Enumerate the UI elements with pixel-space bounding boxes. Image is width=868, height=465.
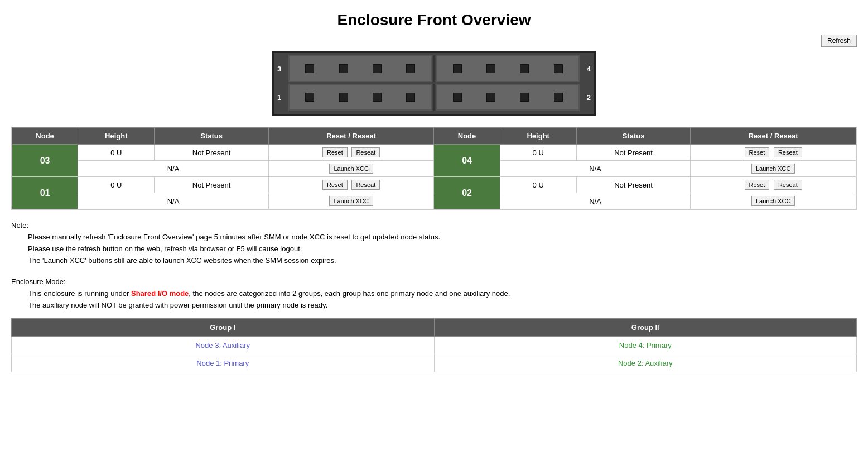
- node-03-height: 0 U: [78, 145, 155, 161]
- node-02-reseat-button[interactable]: Reseat: [774, 180, 802, 190]
- node-04-cell: 04: [434, 145, 500, 177]
- connector: [373, 64, 382, 73]
- table-row: 03 0 U Not Present Reset Reseat 04 0 U N…: [12, 145, 856, 161]
- refresh-container: Refresh: [11, 35, 857, 47]
- node-02-actions: Reset Reseat: [691, 177, 856, 193]
- node-label-4: 4: [581, 65, 591, 73]
- enclosure-row-bottom: 1 2: [277, 84, 591, 111]
- node-01-reseat-button[interactable]: Reseat: [351, 180, 380, 190]
- connector: [373, 93, 382, 102]
- th-node-left: Node: [12, 128, 78, 145]
- node-02-height: 0 U: [500, 177, 576, 193]
- node-04-actions: Reset Reseat: [691, 145, 856, 161]
- group-i-header: Group I: [12, 318, 435, 336]
- node-slot-4: [436, 55, 580, 82]
- connector: [305, 93, 314, 102]
- node-label-2: 2: [581, 93, 591, 102]
- group-table: Group I Group II Node 3: Auxiliary Node …: [11, 318, 857, 372]
- notes-body: Please manually refresh 'Enclosure Front…: [28, 232, 857, 266]
- note-line-3: The 'Launch XCC' buttons still are able …: [28, 255, 857, 267]
- node-01-actions: Reset Reseat: [268, 177, 434, 193]
- node-label-3: 3: [277, 65, 287, 73]
- enclosure-mode-prefix: This enclosure is running under: [28, 289, 131, 298]
- table-row: 01 0 U Not Present Reset Reseat 02 0 U N…: [12, 177, 856, 193]
- group-ii-header: Group II: [434, 318, 857, 336]
- node-01-launch: Launch XCC: [268, 193, 434, 209]
- th-status-left: Status: [155, 128, 269, 145]
- shared-io-label: Shared I/O mode: [131, 289, 189, 298]
- connector: [339, 93, 348, 102]
- connector: [520, 64, 529, 73]
- node-03-launch: Launch XCC: [268, 161, 434, 177]
- node-02-cell: 02: [434, 177, 500, 209]
- enclosure-mode-suffix: , the nodes are categorized into 2 group…: [189, 289, 510, 298]
- node-04-note: N/A: [500, 161, 691, 177]
- connector: [305, 64, 314, 73]
- group1-row1: Node 3: Auxiliary: [12, 336, 435, 354]
- note-line-2: Please use the refresh button on the web…: [28, 243, 857, 255]
- divider: [433, 84, 435, 111]
- node-04-height: 0 U: [500, 145, 576, 161]
- node-02-note: N/A: [500, 193, 691, 209]
- notes-section: Note: Please manually refresh 'Enclosure…: [11, 221, 857, 266]
- node-01-reset-button[interactable]: Reset: [322, 180, 348, 190]
- node-04-launch: Launch XCC: [691, 161, 856, 177]
- group-table-row: Node 3: Auxiliary Node 4: Primary: [12, 336, 857, 354]
- connector: [339, 64, 348, 73]
- connector: [486, 93, 495, 102]
- node-02-launch: Launch XCC: [691, 193, 856, 209]
- th-reset-right: Reset / Reseat: [691, 128, 856, 145]
- node-slot-3: [288, 55, 432, 82]
- node-04-status: Not Present: [576, 145, 691, 161]
- connector: [554, 64, 563, 73]
- node-03-reset-button[interactable]: Reset: [322, 147, 348, 157]
- enclosure-mode-section: Enclosure Mode: This enclosure is runnin…: [11, 277, 857, 372]
- node-slot-2: [436, 84, 580, 111]
- th-reset-left: Reset / Reseat: [268, 128, 434, 145]
- node-03-launch-xcc-button[interactable]: Launch XCC: [329, 164, 373, 174]
- enclosure-row-top: 3 4: [277, 55, 591, 82]
- node-03-actions: Reset Reseat: [268, 145, 434, 161]
- node-02-reset-button[interactable]: Reset: [745, 180, 770, 190]
- node-01-status: Not Present: [155, 177, 269, 193]
- node-02-launch-xcc-button[interactable]: Launch XCC: [751, 196, 795, 206]
- node-04-launch-xcc-button[interactable]: Launch XCC: [751, 164, 795, 174]
- th-height-left: Height: [78, 128, 155, 145]
- node-04-reset-button[interactable]: Reset: [745, 147, 770, 157]
- node-01-note: N/A: [78, 193, 269, 209]
- node-01-cell: 01: [12, 177, 78, 209]
- node-slot-1: [288, 84, 432, 111]
- node-table-container: Node Height Status Reset / Reseat Node H…: [11, 127, 857, 210]
- connector: [406, 64, 415, 73]
- enclosure-outer: 3 4 1: [272, 51, 596, 116]
- node-03-note: N/A: [78, 161, 269, 177]
- group1-row2: Node 1: Primary: [12, 354, 435, 372]
- node-04-reseat-button[interactable]: Reseat: [774, 147, 802, 157]
- node-label-1: 1: [277, 93, 287, 102]
- node-03-status: Not Present: [155, 145, 269, 161]
- notes-title: Note:: [11, 221, 857, 229]
- connector: [453, 64, 462, 73]
- node-01-height: 0 U: [78, 177, 155, 193]
- th-height-right: Height: [500, 128, 576, 145]
- group-table-row: Node 1: Primary Node 2: Auxiliary: [12, 354, 857, 372]
- enclosure-diagram: 3 4 1: [11, 51, 857, 116]
- connector: [453, 93, 462, 102]
- refresh-button[interactable]: Refresh: [821, 35, 857, 47]
- node-03-reseat-button[interactable]: Reseat: [351, 147, 380, 157]
- enclosure-mode-line2: The auxiliary node will NOT be granted w…: [28, 300, 857, 311]
- connector: [520, 93, 529, 102]
- node-01-launch-xcc-button[interactable]: Launch XCC: [329, 196, 373, 206]
- connector: [406, 93, 415, 102]
- connector: [486, 64, 495, 73]
- note-line-1: Please manually refresh 'Enclosure Front…: [28, 232, 857, 243]
- node-03-cell: 03: [12, 145, 78, 177]
- connector: [554, 93, 563, 102]
- group2-row2: Node 2: Auxiliary: [434, 354, 857, 372]
- page-title: Enclosure Front Overview: [11, 11, 857, 29]
- node-table: Node Height Status Reset / Reseat Node H…: [12, 127, 856, 209]
- th-status-right: Status: [576, 128, 691, 145]
- group2-row1: Node 4: Primary: [434, 336, 857, 354]
- enclosure-mode-body: This enclosure is running under Shared I…: [28, 288, 857, 311]
- table-header-row: Node Height Status Reset / Reseat Node H…: [12, 128, 856, 145]
